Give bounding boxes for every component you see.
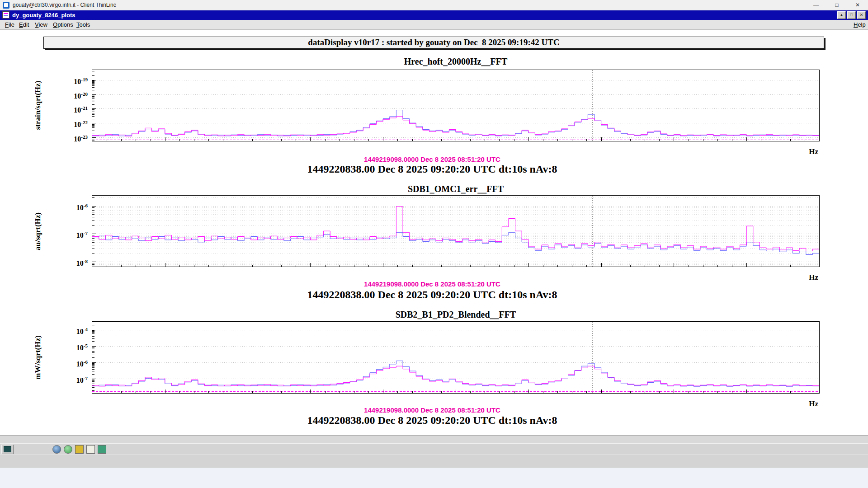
- menu-options[interactable]: Options: [51, 20, 75, 30]
- x11-titlebar[interactable]: dy_gouaty_8246_plots ▲ □ ✕: [0, 10, 868, 20]
- y-tick-label: 10-20: [74, 89, 88, 99]
- plot-start-time: 1449219098.0000 Dec 8 2025 08:51:20 UTC: [0, 280, 864, 288]
- maximize-x11-button[interactable]: □: [847, 11, 856, 19]
- y-tick-label: 10-5: [76, 341, 88, 350]
- menu-edit[interactable]: Edit: [17, 20, 31, 30]
- plot-ref-time: 1449220838.00 Dec 8 2025 09:20:20 UTC dt…: [0, 163, 864, 175]
- close-x11-button[interactable]: ✕: [857, 11, 866, 19]
- thinlinc-titlebar: gouaty@ctrl30.virgo.infn.it - Client Thi…: [0, 0, 868, 10]
- datadisplay-window-icon: [2, 11, 9, 19]
- y-tick-label: 10-23: [74, 132, 88, 141]
- menu-tools[interactable]: Tools: [75, 20, 92, 30]
- x11-window-title: dy_gouaty_8246_plots: [12, 10, 75, 20]
- y-tick-label: 10-6: [76, 357, 88, 366]
- fft-plot-frame-pd2[interactable]: [92, 321, 820, 394]
- desktop-tool-button[interactable]: [1, 445, 14, 454]
- plot-ref-time: 1449220838.00 Dec 8 2025 09:20:20 UTC dt…: [0, 289, 864, 301]
- menu-file[interactable]: File: [3, 20, 16, 30]
- launcher-editor-icon[interactable]: [75, 445, 84, 454]
- session-banner: dataDisplay v10r17 : started by gouaty o…: [43, 37, 824, 49]
- y-tick-label: 10-7: [76, 374, 88, 383]
- launcher-notes-icon[interactable]: [86, 445, 95, 454]
- fvwm-icon-row: ✉ 10:20:50 AM: [0, 443, 868, 455]
- menu-view[interactable]: View: [33, 20, 49, 30]
- launcher-monitor-icon[interactable]: [98, 445, 106, 454]
- launcher-clock-icon[interactable]: [64, 445, 72, 454]
- y-axis-label: au/sqrt(Hz): [33, 212, 42, 250]
- y-tick-label: 10-21: [74, 103, 88, 113]
- thinlinc-window-title: gouaty@ctrl30.virgo.infn.it - Client Thi…: [13, 0, 116, 10]
- y-tick-label: 10-4: [76, 325, 88, 334]
- y-axis-label: strain/sqrt(Hz): [33, 81, 42, 130]
- plot-title: SDB2_B1_PD2_Blended__FFT: [92, 310, 820, 320]
- y-axis-ticks: 10-410-510-610-7: [58, 321, 90, 394]
- minimize-button[interactable]: —: [806, 0, 826, 10]
- launcher-globe-icon[interactable]: [52, 445, 61, 454]
- plot-title: Hrec_hoft_20000Hz__FFT: [92, 56, 820, 67]
- fft-plot-canvas-hrec[interactable]: [92, 70, 819, 141]
- statusbar: Pad graphics frame TFrame 439,179 x=279.…: [0, 435, 868, 443]
- fft-plot-frame-omc[interactable]: [92, 195, 820, 267]
- thinlinc-app-icon: [3, 2, 9, 9]
- x-axis-unit: Hz: [746, 147, 818, 156]
- fft-plot-canvas-pd2[interactable]: [92, 322, 819, 393]
- y-axis-ticks: 10-610-710-8: [58, 195, 90, 267]
- y-tick-label: 10-6: [76, 201, 88, 210]
- desktop-tool-icon: [4, 446, 11, 452]
- plot-start-time: 1449219098.0000 Dec 8 2025 08:51:20 UTC: [0, 406, 864, 414]
- y-axis-label: mW/sqrt(Hz): [33, 335, 42, 379]
- close-button[interactable]: ✕: [847, 0, 868, 10]
- fft-plot-frame-hrec[interactable]: [92, 70, 820, 141]
- plot-ref-time: 1449220838.00 Dec 8 2025 09:20:20 UTC dt…: [0, 414, 864, 427]
- y-tick-label: 10-19: [74, 75, 88, 84]
- y-axis-ticks: 10-1910-2010-2110-2210-23: [58, 70, 90, 141]
- y-tick-label: 10-8: [76, 257, 88, 266]
- menu-help[interactable]: Help: [852, 20, 868, 30]
- maximize-button[interactable]: □: [826, 0, 847, 10]
- menubar: File Edit View Options Tools Help: [0, 20, 868, 30]
- plot-start-time: 1449219098.0000 Dec 8 2025 08:51:20 UTC: [0, 155, 864, 163]
- fft-plot-canvas-omc[interactable]: [92, 196, 819, 267]
- fvwm-taskbar: Home Web GUI Matlab Python C-C++ Automat…: [0, 455, 868, 468]
- plot-title: SDB1_OMC1_err__FFT: [92, 184, 820, 194]
- windows-taskbar: Rechercher ✉10 zm W = 10:20 08/12/2025: [0, 468, 868, 488]
- y-tick-label: 10-22: [74, 118, 88, 127]
- shade-button[interactable]: ▲: [837, 11, 846, 19]
- y-tick-label: 10-7: [76, 229, 88, 238]
